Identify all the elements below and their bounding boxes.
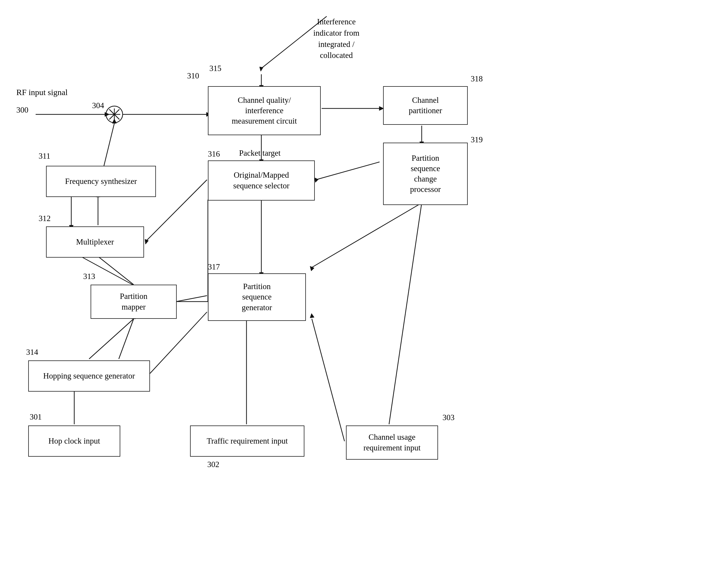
svg-line-23 [316,162,379,180]
traffic-req-box: Traffic requirement input [190,425,304,457]
ref-317: 317 [208,262,220,272]
svg-line-44 [176,296,207,301]
ref-304: 304 [92,101,104,110]
partition-seq-gen-box: Partitionsequencegenerator [208,273,306,321]
hop-clock-box: Hop clock input [28,425,120,457]
svg-line-3 [109,109,120,120]
multiplexer-box: Multiplexer [46,226,144,258]
freq-synthesizer-box: Frequency synthesizer [46,166,156,197]
ref-318: 318 [471,74,483,83]
svg-marker-24 [314,178,318,183]
interference-label: Interferenceindicator fromintegrated /co… [313,16,359,61]
ref-313: 313 [83,272,95,281]
svg-marker-22 [310,266,314,271]
partition-seq-change-box: Partitionsequencechangeprocessor [383,143,468,205]
partition-mapper-box: Partitionmapper [91,285,177,319]
orig-mapped-box: Original/Mappedsequence selector [208,161,315,201]
diagram-container: Channel quality/interferencemeasurement … [0,0,716,588]
ref-300: 300 [16,105,28,115]
svg-line-35 [149,312,207,374]
channel-quality-box: Channel quality/interferencemeasurement … [208,86,321,135]
ref-311: 311 [39,151,50,161]
svg-marker-18 [145,239,149,244]
svg-marker-41 [310,313,314,318]
svg-marker-16 [112,119,116,123]
channel-usage-box: Channel usagerequirement input [346,425,438,460]
packet-target-label: Packet target [239,149,281,158]
svg-marker-53 [260,67,263,71]
ref-319: 319 [471,135,483,144]
svg-point-0 [106,106,123,123]
svg-line-42 [389,203,422,424]
svg-line-33 [89,319,134,359]
svg-line-50 [119,319,134,359]
ref-315: 315 [209,64,221,73]
svg-line-4 [109,109,120,120]
ref-302: 302 [207,460,219,469]
svg-line-21 [312,203,422,267]
ref-310: 310 [187,71,199,81]
ref-303: 303 [442,413,455,422]
hopping-seq-gen-box: Hopping sequence generator [28,360,150,392]
svg-line-15 [104,123,114,166]
ref-314: 314 [26,348,38,357]
ref-316: 316 [208,149,220,159]
channel-partitioner-box: Channelpartitioner [383,86,468,125]
svg-line-40 [312,319,345,441]
ref-312: 312 [39,214,51,223]
svg-marker-6 [105,112,109,117]
ref-301: 301 [30,413,42,422]
svg-line-29 [98,256,134,285]
rf-input-label: RF input signal [16,88,68,97]
